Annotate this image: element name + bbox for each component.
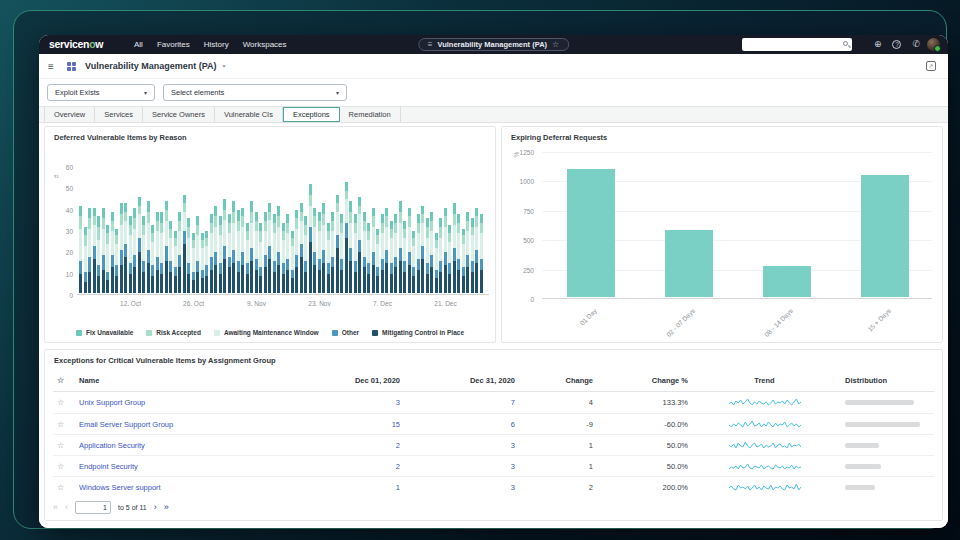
globe-icon[interactable]: ⊕ (874, 40, 882, 49)
stacked-bar[interactable] (228, 214, 231, 293)
top-menu-item-favorites[interactable]: Favorites (157, 40, 190, 49)
phone-icon[interactable]: ✆ (912, 40, 920, 49)
stacked-bar[interactable] (250, 201, 253, 293)
stacked-bar[interactable] (255, 212, 258, 293)
stacked-bar[interactable] (399, 201, 402, 293)
stacked-bar[interactable] (475, 208, 478, 293)
select-elements-dropdown[interactable]: Select elements ▾ (163, 84, 347, 101)
stacked-bar[interactable] (286, 214, 289, 293)
stacked-bar[interactable] (363, 212, 366, 293)
dec31-value-link[interactable]: 3 (404, 483, 519, 492)
bar-02---07-days[interactable] (665, 230, 713, 297)
stacked-bar[interactable] (295, 210, 298, 293)
dec01-value-link[interactable]: 3 (304, 398, 404, 407)
stacked-bar[interactable] (169, 221, 172, 294)
servicenow-logo[interactable]: servicenow (49, 38, 103, 50)
stacked-bar[interactable] (246, 223, 249, 293)
stacked-bar[interactable] (372, 208, 375, 293)
stacked-bar[interactable] (444, 208, 447, 293)
stacked-bar[interactable] (480, 214, 483, 293)
stacked-bar[interactable] (138, 197, 141, 293)
favorite-star-icon[interactable]: ☆ (53, 398, 79, 407)
stacked-bar[interactable] (291, 231, 294, 293)
exploit-exists-dropdown[interactable]: Exploit Exists ▾ (47, 84, 155, 101)
stacked-bar[interactable] (385, 208, 388, 293)
help-icon[interactable]: ? (892, 40, 901, 49)
assignment-group-link[interactable]: Application Security (79, 441, 304, 450)
first-page-icon[interactable]: « (53, 503, 58, 512)
stacked-bar[interactable] (106, 225, 109, 293)
prev-page-icon[interactable]: ‹ (65, 503, 68, 512)
stacked-bar[interactable] (318, 212, 321, 293)
stacked-bar[interactable] (426, 218, 429, 293)
favorite-star-icon[interactable]: ☆ (53, 462, 79, 471)
tab-services[interactable]: Services (95, 107, 143, 122)
stacked-bar[interactable] (462, 229, 465, 293)
stacked-bar[interactable] (88, 208, 91, 293)
stacked-bar[interactable] (192, 233, 195, 293)
dec01-value-link[interactable]: 1 (304, 483, 404, 492)
user-avatar[interactable] (927, 38, 940, 51)
dec01-value-link[interactable]: 2 (304, 441, 404, 450)
tab-exceptions[interactable]: Exceptions (283, 107, 340, 122)
dec01-value-link[interactable]: 15 (304, 420, 404, 429)
stacked-bar[interactable] (282, 223, 285, 293)
stacked-bar[interactable] (376, 229, 379, 293)
stacked-bar[interactable] (151, 225, 154, 293)
stacked-bar[interactable] (264, 212, 267, 293)
stacked-bar[interactable] (309, 184, 312, 293)
stacked-bar[interactable] (457, 214, 460, 293)
stacked-bar[interactable] (196, 216, 199, 293)
stacked-bar[interactable] (201, 233, 204, 293)
favorite-star-icon[interactable]: ☆ (53, 483, 79, 492)
stacked-bar[interactable] (313, 208, 316, 293)
bar-15-+-days[interactable] (861, 175, 909, 297)
stacked-bar[interactable] (403, 221, 406, 294)
dashboard-grid-icon[interactable] (67, 62, 76, 71)
stacked-bar[interactable] (111, 212, 114, 293)
page-number-input[interactable] (75, 501, 111, 514)
tab-service-owners[interactable]: Service Owners (143, 107, 215, 122)
stacked-bar[interactable] (147, 201, 150, 293)
dec31-value-link[interactable]: 7 (404, 398, 519, 407)
stacked-bar[interactable] (115, 229, 118, 293)
stacked-bar[interactable] (466, 212, 469, 293)
stacked-bar[interactable] (210, 214, 213, 293)
stacked-bar[interactable] (471, 218, 474, 293)
stacked-bar[interactable] (178, 212, 181, 293)
stacked-bar[interactable] (390, 221, 393, 294)
top-menu-item-all[interactable]: All (134, 40, 143, 49)
stacked-bar[interactable] (124, 203, 127, 293)
next-page-icon[interactable]: › (154, 503, 157, 512)
stacked-bar[interactable] (160, 212, 163, 293)
stacked-bar[interactable] (412, 231, 415, 293)
stacked-bar[interactable] (340, 214, 343, 293)
bar-01-day[interactable] (567, 169, 615, 297)
legend-item-fix-unavailable[interactable]: Fix Unavailable (76, 329, 133, 336)
stacked-bar[interactable] (408, 208, 411, 293)
context-pill[interactable]: ≡ Vulnerability Management (PA) ☆ (418, 38, 569, 51)
dec31-value-link[interactable]: 6 (404, 420, 519, 429)
dec31-value-link[interactable]: 3 (404, 441, 519, 450)
stacked-bar[interactable] (331, 212, 334, 293)
stacked-bar[interactable] (174, 231, 177, 293)
stacked-bar[interactable] (214, 206, 217, 293)
stacked-bar[interactable] (268, 203, 271, 293)
stacked-bar[interactable] (327, 223, 330, 293)
stacked-bar[interactable] (417, 214, 420, 293)
stacked-bar[interactable] (183, 195, 186, 293)
stacked-bar[interactable] (322, 203, 325, 293)
stacked-bar[interactable] (187, 218, 190, 293)
legend-item-mitigating-control-in-place[interactable]: Mitigating Control in Place (372, 329, 464, 336)
pill-star-icon[interactable]: ☆ (552, 40, 559, 49)
stacked-bar[interactable] (223, 199, 226, 293)
assignment-group-link[interactable]: Email Server Support Group (79, 420, 304, 429)
stacked-bar[interactable] (345, 182, 348, 293)
stacked-bar[interactable] (84, 227, 87, 293)
dec31-value-link[interactable]: 3 (404, 462, 519, 471)
stacked-bar[interactable] (156, 212, 159, 293)
sidebar-toggle-icon[interactable]: ≡ (48, 61, 54, 72)
last-page-icon[interactable]: » (164, 503, 169, 512)
stacked-bar[interactable] (358, 197, 361, 293)
tab-remediation[interactable]: Remediation (340, 107, 401, 122)
